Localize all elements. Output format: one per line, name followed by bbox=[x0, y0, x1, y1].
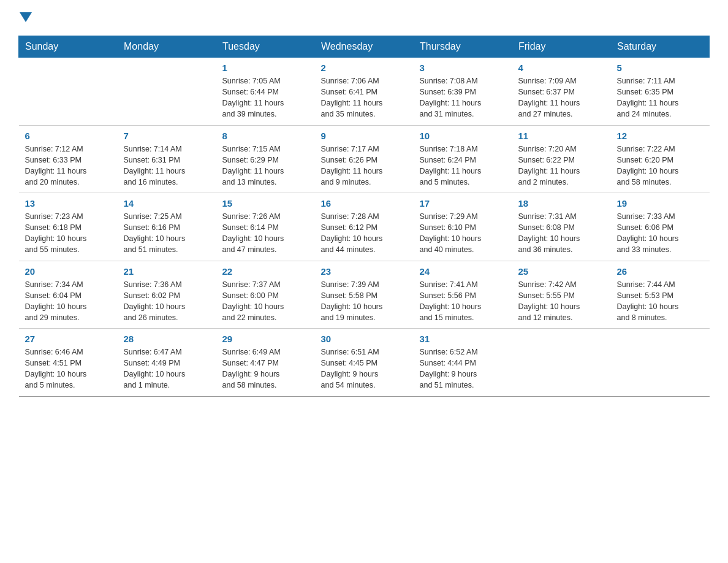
day-number: 2 bbox=[321, 63, 408, 73]
calendar-cell: 28Sunrise: 6:47 AMSunset: 4:49 PMDayligh… bbox=[118, 329, 216, 397]
day-number: 27 bbox=[25, 334, 112, 344]
day-info: Sunrise: 7:08 AMSunset: 6:39 PMDaylight:… bbox=[420, 75, 506, 120]
day-number: 31 bbox=[420, 334, 506, 344]
day-info: Sunrise: 6:49 AMSunset: 4:47 PMDaylight:… bbox=[222, 347, 309, 391]
calendar-cell: 21Sunrise: 7:36 AMSunset: 6:02 PMDayligh… bbox=[118, 261, 216, 329]
day-number: 5 bbox=[617, 63, 703, 73]
calendar-cell: 27Sunrise: 6:46 AMSunset: 4:51 PMDayligh… bbox=[19, 329, 118, 397]
day-info: Sunrise: 7:41 AMSunset: 5:56 PMDaylight:… bbox=[420, 279, 506, 324]
calendar-cell: 22Sunrise: 7:37 AMSunset: 6:00 PMDayligh… bbox=[216, 261, 315, 329]
calendar-cell: 2Sunrise: 7:06 AMSunset: 6:41 PMDaylight… bbox=[315, 58, 414, 126]
day-info: Sunrise: 7:26 AMSunset: 6:14 PMDaylight:… bbox=[222, 211, 309, 256]
calendar-cell: 18Sunrise: 7:31 AMSunset: 6:08 PMDayligh… bbox=[512, 193, 611, 261]
day-info: Sunrise: 6:52 AMSunset: 4:44 PMDaylight:… bbox=[420, 347, 506, 391]
header-thursday: Thursday bbox=[414, 36, 512, 58]
calendar-cell: 31Sunrise: 6:52 AMSunset: 4:44 PMDayligh… bbox=[414, 329, 512, 397]
calendar-cell: 14Sunrise: 7:25 AMSunset: 6:16 PMDayligh… bbox=[118, 193, 216, 261]
header-friday: Friday bbox=[512, 36, 611, 58]
day-info: Sunrise: 7:39 AMSunset: 5:58 PMDaylight:… bbox=[321, 279, 408, 324]
calendar-cell: 30Sunrise: 6:51 AMSunset: 4:45 PMDayligh… bbox=[315, 329, 414, 397]
day-info: Sunrise: 7:14 AMSunset: 6:31 PMDaylight:… bbox=[124, 144, 210, 188]
calendar-week-row: 27Sunrise: 6:46 AMSunset: 4:51 PMDayligh… bbox=[19, 329, 710, 397]
calendar-cell: 11Sunrise: 7:20 AMSunset: 6:22 PMDayligh… bbox=[512, 125, 611, 193]
day-info: Sunrise: 6:51 AMSunset: 4:45 PMDaylight:… bbox=[321, 347, 408, 391]
day-number: 28 bbox=[124, 334, 210, 344]
day-number: 10 bbox=[420, 131, 506, 141]
day-info: Sunrise: 7:37 AMSunset: 6:00 PMDaylight:… bbox=[222, 279, 309, 324]
calendar-week-row: 13Sunrise: 7:23 AMSunset: 6:18 PMDayligh… bbox=[19, 193, 710, 261]
calendar-cell: 23Sunrise: 7:39 AMSunset: 5:58 PMDayligh… bbox=[315, 261, 414, 329]
calendar-cell: 5Sunrise: 7:11 AMSunset: 6:35 PMDaylight… bbox=[611, 58, 710, 126]
day-number: 4 bbox=[518, 63, 605, 73]
calendar-cell: 1Sunrise: 7:05 AMSunset: 6:44 PMDaylight… bbox=[216, 58, 315, 126]
day-info: Sunrise: 7:36 AMSunset: 6:02 PMDaylight:… bbox=[124, 279, 210, 324]
calendar-cell bbox=[611, 329, 710, 397]
calendar-cell: 16Sunrise: 7:28 AMSunset: 6:12 PMDayligh… bbox=[315, 193, 414, 261]
day-info: Sunrise: 7:44 AMSunset: 5:53 PMDaylight:… bbox=[617, 279, 703, 324]
calendar-cell: 3Sunrise: 7:08 AMSunset: 6:39 PMDaylight… bbox=[414, 58, 512, 126]
calendar-cell: 6Sunrise: 7:12 AMSunset: 6:33 PMDaylight… bbox=[19, 125, 118, 193]
calendar-cell: 15Sunrise: 7:26 AMSunset: 6:14 PMDayligh… bbox=[216, 193, 315, 261]
calendar-cell: 17Sunrise: 7:29 AMSunset: 6:10 PMDayligh… bbox=[414, 193, 512, 261]
day-info: Sunrise: 7:06 AMSunset: 6:41 PMDaylight:… bbox=[321, 75, 408, 120]
day-number: 18 bbox=[518, 198, 605, 209]
day-info: Sunrise: 7:31 AMSunset: 6:08 PMDaylight:… bbox=[518, 211, 605, 256]
day-number: 16 bbox=[321, 198, 408, 209]
logo-triangle-icon bbox=[20, 12, 32, 22]
page-header bbox=[18, 12, 710, 23]
day-number: 30 bbox=[321, 334, 408, 344]
calendar-week-row: 6Sunrise: 7:12 AMSunset: 6:33 PMDaylight… bbox=[19, 125, 710, 193]
day-info: Sunrise: 7:12 AMSunset: 6:33 PMDaylight:… bbox=[25, 144, 112, 188]
day-info: Sunrise: 7:22 AMSunset: 6:20 PMDaylight:… bbox=[617, 144, 703, 188]
day-number: 26 bbox=[617, 266, 703, 277]
calendar-week-row: 20Sunrise: 7:34 AMSunset: 6:04 PMDayligh… bbox=[19, 261, 710, 329]
calendar-cell: 24Sunrise: 7:41 AMSunset: 5:56 PMDayligh… bbox=[414, 261, 512, 329]
header-saturday: Saturday bbox=[611, 36, 710, 58]
day-info: Sunrise: 7:18 AMSunset: 6:24 PMDaylight:… bbox=[420, 144, 506, 188]
day-number: 14 bbox=[124, 198, 210, 209]
header-tuesday: Tuesday bbox=[216, 36, 315, 58]
day-info: Sunrise: 7:15 AMSunset: 6:29 PMDaylight:… bbox=[222, 144, 309, 188]
day-number: 8 bbox=[222, 131, 309, 141]
day-info: Sunrise: 7:23 AMSunset: 6:18 PMDaylight:… bbox=[25, 211, 112, 256]
day-info: Sunrise: 7:34 AMSunset: 6:04 PMDaylight:… bbox=[25, 279, 112, 324]
day-number: 20 bbox=[25, 266, 112, 277]
calendar-cell: 20Sunrise: 7:34 AMSunset: 6:04 PMDayligh… bbox=[19, 261, 118, 329]
day-number: 29 bbox=[222, 334, 309, 344]
day-info: Sunrise: 7:25 AMSunset: 6:16 PMDaylight:… bbox=[124, 211, 210, 256]
calendar-header-row: SundayMondayTuesdayWednesdayThursdayFrid… bbox=[19, 36, 710, 58]
calendar-cell: 26Sunrise: 7:44 AMSunset: 5:53 PMDayligh… bbox=[611, 261, 710, 329]
day-number: 13 bbox=[25, 198, 112, 209]
logo bbox=[18, 12, 33, 23]
day-number: 7 bbox=[124, 131, 210, 141]
day-number: 22 bbox=[222, 266, 309, 277]
calendar-cell: 9Sunrise: 7:17 AMSunset: 6:26 PMDaylight… bbox=[315, 125, 414, 193]
day-info: Sunrise: 7:17 AMSunset: 6:26 PMDaylight:… bbox=[321, 144, 408, 188]
day-number: 24 bbox=[420, 266, 506, 277]
calendar-cell: 25Sunrise: 7:42 AMSunset: 5:55 PMDayligh… bbox=[512, 261, 611, 329]
day-info: Sunrise: 7:05 AMSunset: 6:44 PMDaylight:… bbox=[222, 75, 309, 120]
calendar-week-row: 1Sunrise: 7:05 AMSunset: 6:44 PMDaylight… bbox=[19, 58, 710, 126]
day-number: 6 bbox=[25, 131, 112, 141]
header-wednesday: Wednesday bbox=[315, 36, 414, 58]
day-number: 3 bbox=[420, 63, 506, 73]
day-number: 15 bbox=[222, 198, 309, 209]
day-info: Sunrise: 6:47 AMSunset: 4:49 PMDaylight:… bbox=[124, 347, 210, 391]
calendar-cell: 7Sunrise: 7:14 AMSunset: 6:31 PMDaylight… bbox=[118, 125, 216, 193]
day-number: 11 bbox=[518, 131, 605, 141]
calendar-cell: 8Sunrise: 7:15 AMSunset: 6:29 PMDaylight… bbox=[216, 125, 315, 193]
day-number: 1 bbox=[222, 63, 309, 73]
calendar-table: SundayMondayTuesdayWednesdayThursdayFrid… bbox=[18, 36, 710, 397]
day-number: 23 bbox=[321, 266, 408, 277]
calendar-cell bbox=[512, 329, 611, 397]
day-info: Sunrise: 7:11 AMSunset: 6:35 PMDaylight:… bbox=[617, 75, 703, 120]
calendar-cell: 29Sunrise: 6:49 AMSunset: 4:47 PMDayligh… bbox=[216, 329, 315, 397]
day-number: 19 bbox=[617, 198, 703, 209]
calendar-cell: 19Sunrise: 7:33 AMSunset: 6:06 PMDayligh… bbox=[611, 193, 710, 261]
day-number: 25 bbox=[518, 266, 605, 277]
calendar-cell: 13Sunrise: 7:23 AMSunset: 6:18 PMDayligh… bbox=[19, 193, 118, 261]
header-sunday: Sunday bbox=[19, 36, 118, 58]
day-info: Sunrise: 7:28 AMSunset: 6:12 PMDaylight:… bbox=[321, 211, 408, 256]
day-info: Sunrise: 7:42 AMSunset: 5:55 PMDaylight:… bbox=[518, 279, 605, 324]
calendar-cell: 4Sunrise: 7:09 AMSunset: 6:37 PMDaylight… bbox=[512, 58, 611, 126]
